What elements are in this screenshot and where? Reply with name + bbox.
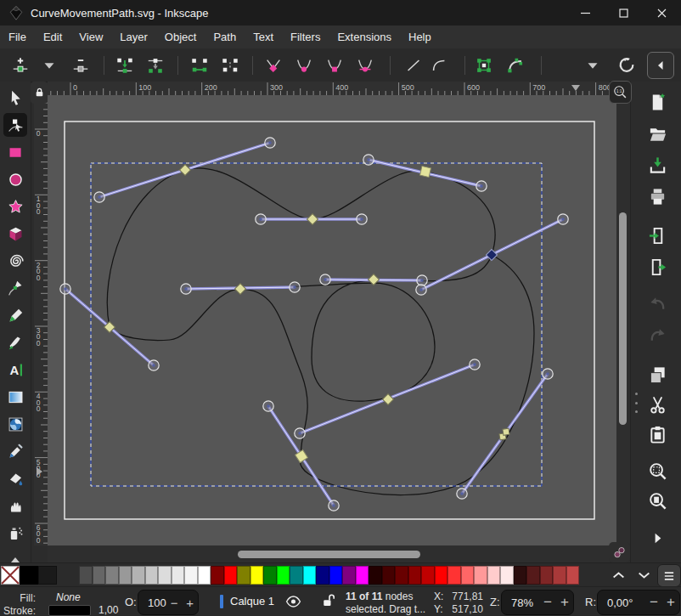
menu-help[interactable]: Help — [400, 26, 440, 48]
palette-swatch[interactable] — [119, 566, 132, 585]
delete-segment-button[interactable] — [218, 54, 242, 77]
tool-star[interactable] — [3, 195, 27, 218]
tool-selector[interactable] — [3, 86, 27, 110]
path-node-smooth[interactable] — [382, 393, 393, 404]
palette-swatch[interactable] — [356, 566, 369, 585]
tool-node-editor[interactable] — [3, 113, 27, 137]
vertical-scrollbar[interactable] — [616, 95, 630, 544]
layer-visibility-toggle[interactable] — [285, 595, 301, 611]
palette-swatch[interactable] — [408, 566, 422, 585]
redo-button[interactable] — [646, 325, 668, 347]
document-print-button[interactable] — [646, 185, 668, 207]
zoom-value[interactable]: 78% — [502, 596, 539, 609]
zoom-increase-button[interactable]: + — [556, 594, 573, 611]
canvas[interactable] — [48, 95, 616, 545]
tool-text[interactable]: A — [3, 358, 27, 381]
palette-swatch[interactable] — [93, 566, 106, 585]
path-node-smooth[interactable] — [179, 164, 190, 175]
undo-button[interactable] — [646, 293, 668, 315]
tool-gradient[interactable] — [3, 385, 27, 409]
object-to-path-button[interactable] — [472, 54, 496, 77]
palette-swatch[interactable] — [500, 566, 514, 585]
palette-swatch[interactable] — [342, 566, 356, 585]
palette-swatch[interactable] — [184, 566, 198, 585]
copy-button[interactable] — [646, 364, 668, 386]
menu-layer[interactable]: Layer — [111, 26, 156, 48]
stroke-to-path-button[interactable] — [504, 54, 527, 77]
path-node-smooth[interactable] — [307, 213, 318, 224]
insert-node-button[interactable] — [8, 54, 32, 77]
palette-swatch[interactable] — [38, 566, 57, 585]
palette-swatch[interactable] — [237, 566, 250, 585]
palette-swatch[interactable] — [20, 566, 38, 585]
tool-pencil[interactable] — [3, 303, 27, 327]
opacity-spinner[interactable]: 100 − + — [138, 590, 199, 615]
palette-swatch[interactable] — [132, 566, 145, 585]
insert-node-options-button[interactable] — [37, 54, 61, 77]
node-smooth-button[interactable] — [292, 54, 316, 77]
path-node-smooth[interactable] — [486, 249, 497, 260]
menu-extensions[interactable]: Extensions — [329, 26, 400, 48]
rotation-decrease-button[interactable]: − — [645, 594, 662, 611]
palette-swatch[interactable] — [277, 566, 290, 585]
zoom-decrease-button[interactable]: − — [539, 594, 556, 611]
palette-swatch[interactable] — [540, 566, 554, 585]
menu-view[interactable]: View — [70, 26, 111, 48]
import-button[interactable] — [646, 224, 668, 246]
palette-swatch[interactable] — [329, 566, 343, 585]
segment-line-button[interactable] — [402, 54, 425, 77]
tool-mesh-gradient[interactable] — [3, 412, 27, 436]
tool-box-3d[interactable] — [3, 222, 27, 246]
opacity-value[interactable]: 100 — [138, 596, 166, 609]
document-save-button[interactable] — [646, 154, 668, 176]
rotation-spinner[interactable]: 0,00° − + — [597, 590, 680, 615]
palette-swatch[interactable] — [369, 566, 382, 585]
layer-name[interactable]: Calque 1 — [230, 595, 274, 608]
transform-handles-button[interactable] — [615, 54, 639, 77]
ruler-lock-button[interactable] — [31, 82, 48, 104]
minimize-button[interactable] — [566, 0, 605, 25]
zoom-drawing-button[interactable] — [646, 489, 668, 511]
menu-edit[interactable]: Edit — [35, 26, 70, 48]
palette-swatch[interactable] — [250, 566, 264, 585]
zoom-selection-button[interactable] — [646, 460, 668, 482]
horizontal-ruler[interactable]: 0100200300400500600700800 — [48, 82, 610, 95]
stroke-width-value[interactable]: 1,00 — [98, 604, 118, 616]
document-new-button[interactable] — [646, 91, 668, 113]
bezier-path[interactable] — [107, 168, 495, 401]
palette-swatch[interactable] — [435, 566, 448, 585]
menu-filters[interactable]: Filters — [282, 26, 329, 48]
cut-button[interactable] — [646, 393, 668, 415]
palette-swatch[interactable] — [553, 566, 566, 585]
palette-swatch[interactable] — [224, 566, 238, 585]
menu-file[interactable]: File — [0, 26, 35, 48]
palette-swatch[interactable] — [421, 566, 435, 585]
vertical-ruler[interactable]: 0100200300400500600 — [34, 95, 48, 545]
palette-swatch[interactable] — [474, 566, 487, 585]
palette-swatch[interactable] — [566, 566, 580, 585]
join-nodes-button[interactable] — [113, 54, 137, 77]
quick-zoom-button[interactable]: 1:1 — [609, 81, 632, 104]
palette-swatch[interactable] — [487, 566, 501, 585]
palette-swatch[interactable] — [526, 566, 540, 585]
palette-swatch[interactable] — [211, 566, 224, 585]
tool-tweak[interactable] — [3, 494, 27, 517]
tool-dropper[interactable] — [3, 439, 27, 463]
tool-rectangle[interactable] — [3, 140, 27, 164]
layer-lock-toggle[interactable] — [322, 593, 335, 611]
rotation-value[interactable]: 0,00° — [598, 596, 645, 609]
menu-path[interactable]: Path — [205, 26, 245, 48]
palette-scroll-up-button[interactable] — [609, 568, 628, 581]
palette-swatch[interactable] — [395, 566, 408, 585]
palette-swatch[interactable] — [382, 566, 396, 585]
segment-curve-button[interactable] — [427, 54, 451, 77]
tool-calligraphy[interactable] — [3, 331, 27, 354]
tool-ellipse[interactable] — [3, 167, 27, 191]
close-button[interactable] — [643, 0, 681, 25]
palette-swatch[interactable] — [461, 566, 475, 585]
node-auto-button[interactable] — [353, 54, 377, 77]
palette-swatch[interactable] — [303, 566, 317, 585]
palette-swatch[interactable] — [105, 566, 119, 585]
drawing-area[interactable] — [48, 95, 616, 545]
rotation-increase-button[interactable]: + — [662, 594, 679, 611]
